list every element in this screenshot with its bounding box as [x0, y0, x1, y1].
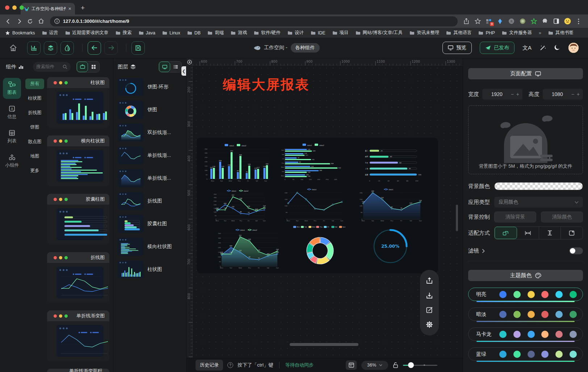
tab-close-icon[interactable]: ×	[68, 6, 71, 12]
fit-stretch-button[interactable]	[561, 227, 583, 239]
theme-color-dot[interactable]	[513, 311, 521, 318]
layer-item-柱状图[interactable]: 柱状图	[118, 260, 184, 279]
kite-extension-icon[interactable]	[496, 18, 504, 25]
chart-area2[interactable]: data1data2050100150200250300350120200150…	[215, 227, 280, 269]
bookmark-item[interactable]: Java	[139, 30, 155, 35]
component-card-折线图[interactable]: 折线图	[47, 252, 109, 303]
share-icon[interactable]	[463, 18, 470, 25]
chart-bar[interactable]: data1data2050100150200250300350120200150…	[202, 143, 272, 183]
component-search-box[interactable]	[33, 62, 71, 72]
component-card-单折线渐变图[interactable]: 单折线渐变图	[47, 310, 109, 361]
big-screen-title-text[interactable]: 编辑大屏报表	[223, 76, 310, 94]
category-柱状图[interactable]: 柱状图	[25, 93, 44, 104]
window-controls[interactable]	[5, 5, 24, 10]
panel-layout-icon[interactable]	[346, 360, 357, 370]
address-bar[interactable]: 127.0.0.1:3000/#/chart/home/9	[50, 16, 458, 26]
bookmark-item[interactable]: 资讯未整理	[410, 30, 440, 36]
bookmark-item[interactable]: 网站/博客/文章/工具	[356, 30, 403, 36]
single-view-toggle-button[interactable]	[77, 62, 88, 72]
page-config-header[interactable]: 页面配置	[468, 68, 583, 79]
export-icon[interactable]	[425, 277, 433, 285]
sidebar-nav-图表[interactable]: 图表	[3, 78, 21, 99]
bookmark-item[interactable]: DB	[187, 30, 201, 35]
canvas-horizontal-scrollbar[interactable]	[290, 343, 358, 346]
decrement-icon[interactable]: −	[571, 91, 574, 97]
bookmark-item[interactable]: IDE	[311, 30, 326, 35]
component-card-柱状图[interactable]: 柱状图	[47, 77, 109, 128]
sidebar-extension-icon[interactable]	[553, 18, 560, 25]
zoom-slider[interactable]	[403, 365, 437, 366]
clear-background-button[interactable]: 清除背景	[494, 212, 536, 222]
chart-hbar[interactable]: data1data2Sun130160Sat110117Fri70155Thu8…	[279, 143, 350, 181]
width-value[interactable]: 1920	[486, 91, 508, 97]
theme-row-明亮[interactable]: 明亮	[468, 288, 583, 301]
theme-color-dot[interactable]	[555, 291, 563, 298]
bookmark-item[interactable]: 前端	[207, 30, 224, 36]
magic-wand-icon[interactable]	[539, 45, 546, 51]
theme-color-dot[interactable]	[570, 351, 577, 358]
theme-row-暗淡[interactable]: 暗淡	[468, 308, 583, 321]
redo-button[interactable]	[104, 41, 118, 55]
close-window-button[interactable]	[5, 5, 9, 10]
browser-tab[interactable]: 工作空间-各种组件 ×	[21, 3, 75, 14]
chart-ring[interactable]: 25.00%	[366, 224, 415, 267]
settings-gear-icon[interactable]	[425, 321, 433, 329]
category-散点图[interactable]: 散点图	[25, 137, 44, 147]
app-home-icon[interactable]	[9, 44, 17, 51]
component-card-胶囊柱图[interactable]: 胶囊柱图	[47, 194, 109, 244]
puzzle-icon[interactable]	[541, 18, 549, 25]
grid-view-toggle-button[interactable]	[88, 62, 99, 72]
chart-area1[interactable]: data10501001502001202001508070110130MonT…	[357, 187, 423, 222]
home-icon[interactable]	[36, 17, 46, 26]
layers-panel-toggle-button[interactable]	[44, 41, 57, 55]
fit-scale-button[interactable]	[495, 227, 517, 239]
chart-line1[interactable]: data1050100150200MonTueWedThuFriSatSun	[282, 187, 344, 222]
components-panel-toggle-button[interactable]	[27, 41, 41, 55]
bookmark-item[interactable]: 软件/硬件	[254, 30, 280, 36]
site-info-icon[interactable]	[54, 18, 60, 24]
bookmark-item[interactable]: 运营	[42, 30, 58, 36]
user-avatar[interactable]	[568, 43, 579, 53]
chevron-right-icon[interactable]	[482, 249, 485, 253]
canvas-vertical-scrollbar[interactable]	[456, 205, 458, 231]
chart-board[interactable]: data1data2050100150200250300350120200150…	[197, 138, 438, 273]
layers-thumbnail-view-button[interactable]	[159, 62, 170, 72]
bookmark-item[interactable]: Linux	[162, 30, 180, 35]
forward-icon[interactable]	[14, 17, 24, 26]
chart-line2[interactable]: data1data2050100150200250300350120200150…	[211, 188, 267, 222]
theme-color-dot[interactable]	[570, 331, 577, 338]
chart-pie[interactable]: MonTueWedThuFriSatSun	[289, 225, 351, 267]
bookmarks-root[interactable]: Bookmarks	[5, 30, 35, 35]
component-card-单折线渐变面积图[interactable]: 单折线渐变面积图	[47, 369, 109, 372]
sidebar-nav-列表[interactable]: 列表	[3, 126, 21, 147]
bookmark-star-icon[interactable]	[474, 18, 481, 25]
height-value[interactable]: 1080	[546, 91, 569, 97]
layer-item-单折线渐...[interactable]: 单折线渐...	[118, 146, 184, 164]
zoom-select[interactable]: 36%	[361, 361, 388, 370]
category-更多[interactable]: 更多	[25, 166, 44, 176]
theme-row-蓝绿[interactable]: 蓝绿	[468, 347, 583, 361]
bookmark-item[interactable]: PHP	[478, 30, 495, 35]
bookmark-item[interactable]: 设计	[287, 30, 304, 36]
zoom-slider-knob[interactable]	[408, 362, 414, 368]
layer-item-胶囊柱图[interactable]: 胶囊柱图	[118, 215, 184, 233]
category-饼图[interactable]: 饼图	[25, 122, 44, 133]
filter-toggle[interactable]	[569, 247, 583, 254]
theme-color-dot[interactable]	[528, 311, 535, 318]
extension-circle-icon[interactable]: 光	[508, 18, 515, 25]
extension-grid-icon[interactable]: 9	[485, 18, 492, 25]
theme-color-dot[interactable]	[570, 311, 577, 318]
theme-color-header[interactable]: 主题颜色	[468, 270, 583, 281]
theme-color-dot[interactable]	[541, 331, 549, 338]
layer-item-横向柱状图[interactable]: 横向柱状图	[118, 238, 184, 256]
increment-icon[interactable]: +	[516, 91, 519, 97]
sidebar-nav-小组件[interactable]: 小组件	[3, 151, 21, 172]
undo-button[interactable]	[88, 41, 101, 55]
edit-icon[interactable]	[426, 306, 433, 314]
chart-capsule[interactable]: 厦门20南阳40北京60上海80新疆100020406080100	[360, 145, 425, 183]
reload-icon[interactable]	[25, 17, 35, 26]
bookmark-item[interactable]: 文件服务器	[502, 30, 532, 36]
component-card-横向柱状图[interactable]: 横向柱状图	[47, 135, 109, 186]
detail-panel-toggle-button[interactable]	[60, 41, 74, 55]
theme-color-dot[interactable]	[528, 331, 535, 338]
